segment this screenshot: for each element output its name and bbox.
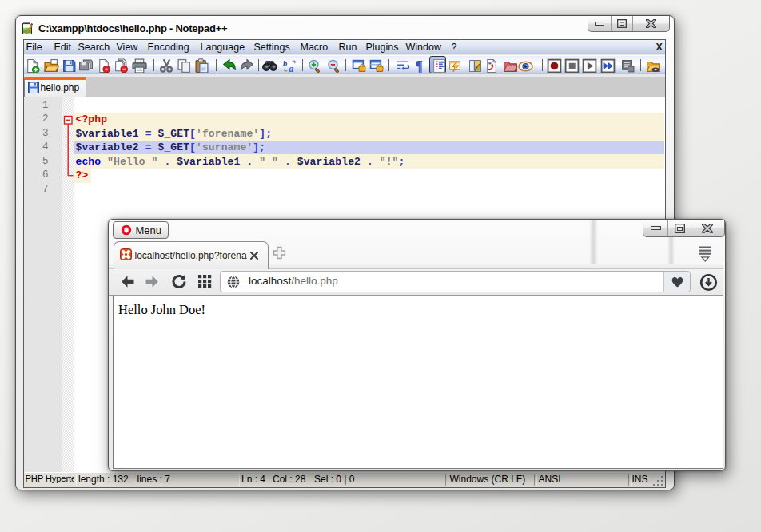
svg-text:¶: ¶	[415, 58, 423, 73]
svg-text:a: a	[289, 63, 293, 73]
svg-text:b: b	[283, 58, 287, 67]
